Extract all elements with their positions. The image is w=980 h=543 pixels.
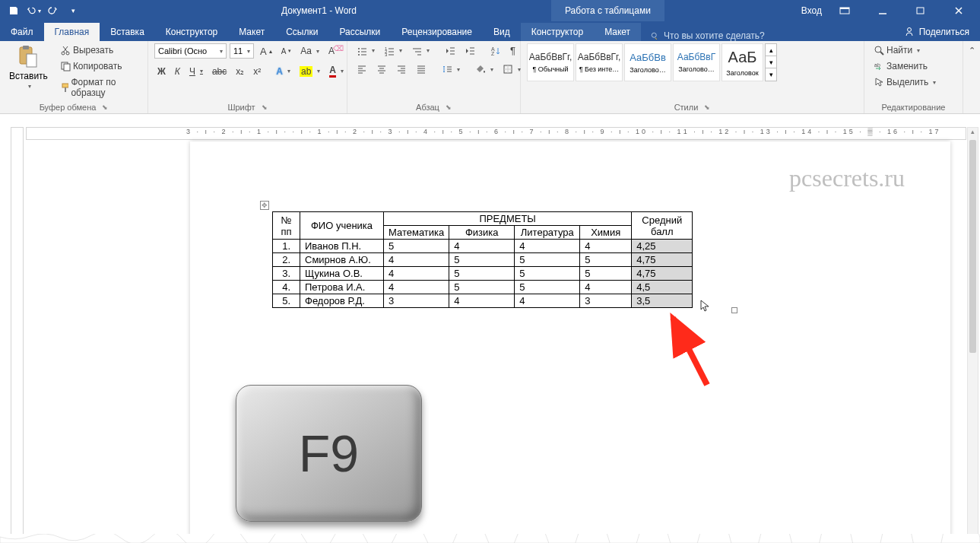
document-title: Документ1 - Word: [87, 5, 551, 16]
document-page[interactable]: pcsecrets.ru ✥ № пп ФИО ученика ПРЕДМЕТЫ…: [190, 141, 950, 543]
strike-button[interactable]: abc: [209, 65, 230, 78]
style-heading1[interactable]: АаБбВвЗаголово…: [624, 43, 671, 81]
cut-button[interactable]: Вырезать: [57, 43, 141, 57]
undo-icon[interactable]: ▾: [26, 3, 41, 18]
para-launcher-icon[interactable]: ⬊: [446, 103, 452, 111]
tab-table-design[interactable]: Конструктор: [521, 23, 594, 41]
svg-point-16: [358, 48, 360, 49]
svg-text:3: 3: [385, 52, 388, 56]
col-subjects-header[interactable]: ПРЕДМЕТЫ: [384, 212, 632, 226]
horizontal-ruler[interactable]: 3 · ı · 2 · ı · 1 · ı · · ı · 1 · ı · 2 …: [26, 127, 966, 140]
svg-point-6: [907, 28, 911, 32]
sort-icon[interactable]: AZ: [487, 44, 504, 58]
multilevel-icon[interactable]: ▾: [408, 44, 433, 58]
tab-layout[interactable]: Макет: [228, 23, 275, 41]
select-button[interactable]: Выделить▾: [871, 75, 956, 89]
svg-point-20: [358, 54, 360, 56]
shading-icon[interactable]: ▾: [472, 62, 496, 76]
document-area: L 3 · ı · 2 · ı · 1 · ı · · ı · 1 · ı · …: [0, 114, 980, 543]
find-button[interactable]: Найти▾: [871, 43, 956, 57]
grow-font-icon[interactable]: A▴: [257, 44, 275, 59]
tab-review[interactable]: Рецензирование: [391, 23, 483, 41]
justify-icon[interactable]: [413, 62, 430, 76]
gallery-more-icon[interactable]: ▾: [766, 68, 776, 81]
maximize-icon[interactable]: [905, 0, 936, 21]
vertical-ruler[interactable]: [11, 127, 24, 543]
vertical-scrollbar[interactable]: ▴: [967, 127, 978, 541]
subj-math[interactable]: Математика: [384, 226, 449, 240]
tab-table-layout[interactable]: Макет: [594, 23, 641, 41]
bold-button[interactable]: Ж: [154, 65, 169, 78]
table-resize-handle-icon[interactable]: [731, 307, 737, 313]
gallery-up-icon[interactable]: ▴: [766, 44, 776, 56]
styles-launcher-icon[interactable]: ⬊: [704, 103, 710, 111]
redo-icon[interactable]: [46, 3, 61, 18]
collapse-ribbon-icon[interactable]: ⌃: [966, 44, 978, 57]
replace-button[interactable]: abЗаменить: [871, 59, 956, 73]
gallery-down-icon[interactable]: ▾: [766, 56, 776, 68]
style-normal[interactable]: АаБбВвГг,¶ Обычный: [527, 43, 574, 81]
subscript-button[interactable]: x₂: [233, 65, 247, 78]
tab-home[interactable]: Главная: [44, 23, 100, 41]
line-spacing-icon[interactable]: ▾: [439, 62, 463, 76]
table-row: 3.Щукина О.В.45554,75: [273, 267, 693, 281]
subj-phys[interactable]: Физика: [449, 226, 515, 240]
tab-references[interactable]: Ссылки: [275, 23, 328, 41]
svg-rect-8: [23, 46, 29, 49]
font-name-combo[interactable]: Calibri (Осно▾: [154, 43, 227, 59]
ribbon-options-icon[interactable]: [829, 0, 860, 21]
font-size-combo[interactable]: 11▾: [230, 43, 254, 59]
show-marks-icon[interactable]: ¶: [507, 43, 519, 58]
tab-insert[interactable]: Вставка: [100, 23, 155, 41]
col-fio-header[interactable]: ФИО ученика: [300, 212, 384, 240]
clear-format-icon[interactable]: A⌫: [325, 44, 338, 58]
svg-rect-14: [62, 84, 68, 87]
clipboard-launcher-icon[interactable]: ⬊: [102, 103, 108, 111]
minimize-icon[interactable]: [867, 0, 898, 21]
paste-button[interactable]: Вставить▾: [6, 43, 51, 91]
save-icon[interactable]: [6, 3, 21, 18]
style-heading2[interactable]: АаБбВвГЗаголово…: [673, 43, 720, 81]
table-move-handle-icon[interactable]: ✥: [260, 201, 269, 210]
share-button[interactable]: Поделиться: [893, 23, 980, 41]
increase-indent-icon[interactable]: [461, 44, 478, 58]
highlight-icon[interactable]: ab▾: [297, 65, 323, 78]
svg-point-18: [358, 51, 360, 52]
tab-mailings[interactable]: Рассылки: [328, 23, 391, 41]
font-launcher-icon[interactable]: ⬊: [262, 103, 268, 111]
style-title[interactable]: АаБЗаголовок: [722, 43, 763, 81]
copy-button[interactable]: Копировать: [57, 59, 141, 73]
subj-lit[interactable]: Литература: [515, 226, 580, 240]
watermark-text: pcsecrets.ru: [789, 164, 905, 192]
svg-rect-13: [64, 64, 70, 71]
align-right-icon[interactable]: [393, 62, 410, 76]
qat-customize-icon[interactable]: ▾: [65, 3, 81, 18]
format-painter-button[interactable]: Формат по образцу: [57, 75, 141, 100]
font-color-icon[interactable]: A▾: [326, 63, 347, 79]
col-avg-header[interactable]: Средний балл: [632, 212, 693, 240]
change-case-icon[interactable]: Aa▾: [297, 44, 322, 58]
annotation-arrow-icon: [631, 309, 722, 400]
text-effects-icon[interactable]: A▾: [273, 65, 293, 78]
subj-chem[interactable]: Химия: [580, 226, 632, 240]
data-table[interactable]: № пп ФИО ученика ПРЕДМЕТЫ Средний балл М…: [272, 211, 693, 308]
italic-button[interactable]: К: [172, 65, 183, 78]
align-center-icon[interactable]: [373, 62, 390, 76]
tell-me-search[interactable]: Что вы хотите сделать?: [641, 30, 765, 41]
align-left-icon[interactable]: [354, 62, 370, 76]
login-link[interactable]: Вход: [801, 5, 822, 16]
underline-button[interactable]: Ч▾: [186, 65, 206, 78]
styles-gallery[interactable]: АаБбВвГг,¶ Обычный АаБбВвГг,¶ Без инте… …: [527, 43, 777, 81]
shrink-font-icon[interactable]: A▾: [278, 46, 295, 57]
close-icon[interactable]: [944, 0, 974, 21]
col-num-header[interactable]: № пп: [273, 212, 300, 240]
bullets-icon[interactable]: ▾: [354, 44, 378, 58]
tab-design[interactable]: Конструктор: [155, 23, 228, 41]
superscript-button[interactable]: x²: [250, 65, 264, 78]
style-no-spacing[interactable]: АаБбВвГг,¶ Без инте…: [576, 43, 623, 81]
tab-view[interactable]: Вид: [483, 23, 521, 41]
svg-line-62: [880, 52, 883, 55]
decrease-indent-icon[interactable]: [442, 44, 458, 58]
numbering-icon[interactable]: 123▾: [381, 44, 405, 58]
tab-file[interactable]: Файл: [0, 23, 44, 41]
